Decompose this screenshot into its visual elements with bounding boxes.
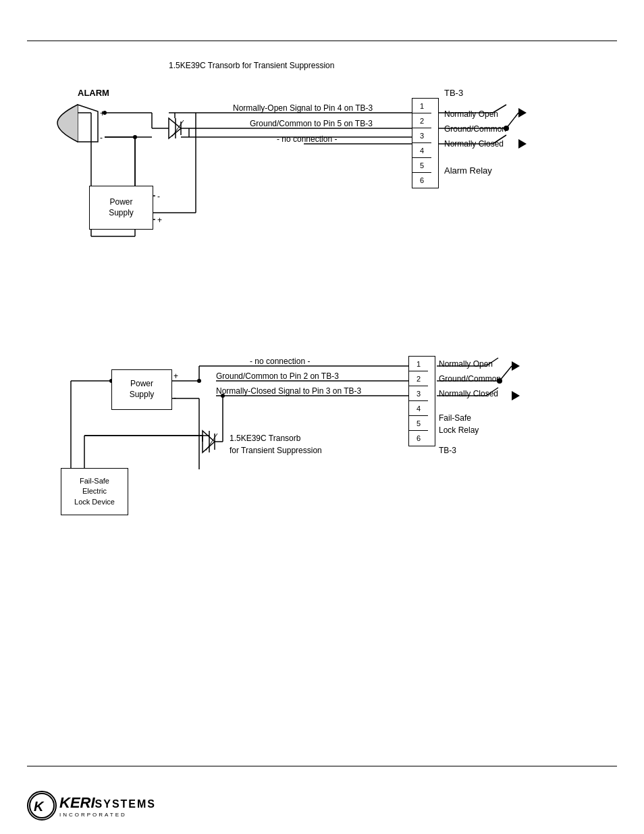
- svg-text:-: -: [100, 133, 103, 142]
- tb-pin-1-6: 6: [412, 173, 431, 188]
- footer: K KERI SYSTEMS INCORPORATED: [27, 791, 156, 820]
- pin3-label-nc-2: Normally Closed: [439, 389, 498, 398]
- alarm-relay-label: Alarm Relay: [444, 165, 492, 176]
- tb-pin-1-5: 5: [412, 158, 431, 173]
- tb-pin-2-5: 5: [409, 416, 428, 431]
- svg-text:+: +: [157, 215, 162, 225]
- svg-text:K: K: [34, 799, 45, 814]
- wire-label-1-gnd: Ground/Common to Pin 5 on TB-3: [250, 119, 373, 128]
- pin2-label-gnd-2: Ground/Common: [439, 374, 501, 384]
- top-rule: [27, 41, 617, 41]
- diagram2-svg: + - - +: [34, 331, 621, 574]
- wire-label-2-nc: Normally-Closed Signal to Pin 3 on TB-3: [216, 386, 361, 396]
- svg-text:-: -: [173, 393, 176, 402]
- relay-label-2: Fail-SafeLock Relay: [439, 412, 479, 436]
- svg-text:+: +: [173, 371, 178, 381]
- pin1-label-no-2: Normally Open: [439, 359, 493, 369]
- tb-pin-2-6: 6: [409, 431, 428, 446]
- svg-text:-: -: [157, 192, 160, 201]
- tb-pin-1-4: 4: [412, 143, 431, 158]
- tb-pin-2-2: 2: [409, 371, 428, 386]
- logo-text-block: KERI SYSTEMS INCORPORATED: [59, 794, 156, 818]
- wire-label-1-nc: - no connection -: [277, 134, 337, 144]
- svg-marker-53: [512, 361, 520, 371]
- pin5-label-gnd: Ground/Common: [444, 124, 506, 134]
- svg-point-29: [103, 111, 107, 115]
- wire-label-1-no: Normally-Open Signal to Pin 4 on TB-3: [233, 103, 373, 113]
- wire-label-2-nc-conn: - no connection -: [250, 357, 310, 366]
- power-supply-1: PowerSupply: [89, 186, 153, 230]
- svg-line-44: [506, 113, 518, 128]
- pin4-label-no: Normally Open: [444, 109, 498, 119]
- tb-box-1: 1 2 3 4 5 6: [412, 98, 439, 188]
- logo-keri: KERI: [59, 794, 95, 812]
- svg-marker-41: [518, 108, 527, 118]
- pin6-label-nc: Normally Closed: [444, 139, 504, 149]
- tb-pin-2-1: 1: [409, 357, 428, 371]
- logo-circle: K: [27, 791, 57, 820]
- tb-pin-1-2: 2: [412, 113, 431, 128]
- power-supply-2: PowerSupply: [111, 369, 172, 410]
- svg-marker-0: [78, 105, 98, 142]
- svg-marker-59: [512, 391, 520, 400]
- diagram1-svg: + -: [34, 54, 621, 304]
- bottom-rule: [27, 766, 617, 766]
- diagram1: 1.5KE39C Transorb for Transient Suppress…: [34, 54, 621, 304]
- tb-pin-1-1: 1: [412, 99, 431, 113]
- logo-systems: SYSTEMS: [95, 798, 156, 810]
- svg-marker-4: [169, 118, 181, 138]
- tb-box-2: 1 2 3 4 5 6: [408, 356, 435, 446]
- diagram2: + - - + - no con: [34, 331, 621, 574]
- tb-pin-1-3: 3: [412, 128, 431, 143]
- logo-inc: INCORPORATED: [59, 812, 156, 818]
- fail-safe-lock: Fail-SafeElectricLock Device: [61, 468, 128, 515]
- svg-line-56: [500, 366, 512, 381]
- tb-pin-2-3: 3: [409, 386, 428, 401]
- tb3-label-2: TB-3: [439, 446, 456, 455]
- tb3-label-1: TB-3: [444, 88, 463, 98]
- wire-label-2-gnd: Ground/Common to Pin 2 on TB-3: [216, 371, 339, 381]
- svg-marker-72: [203, 431, 215, 452]
- transorb-label-2: 1.5KE39C Transorbfor Transient Suppressi…: [230, 432, 322, 457]
- tb-pin-2-4: 4: [409, 401, 428, 416]
- svg-marker-47: [518, 139, 527, 149]
